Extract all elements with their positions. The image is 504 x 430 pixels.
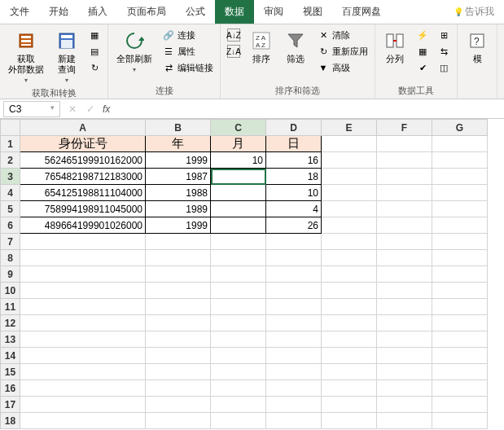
what-if-button[interactable]: ? 模 <box>462 28 492 66</box>
cell-D17[interactable] <box>266 397 322 413</box>
cell-E14[interactable] <box>322 348 377 364</box>
cell-F6[interactable] <box>377 217 432 234</box>
new-query-button[interactable]: 新建 查询 <box>52 28 81 86</box>
cell-F13[interactable] <box>377 331 432 348</box>
cell-G18[interactable] <box>432 413 488 429</box>
col-header-F[interactable]: F <box>377 120 432 136</box>
sort-desc-button[interactable]: Z↓A <box>226 44 242 59</box>
cell-C5[interactable] <box>211 201 266 217</box>
cell-E5[interactable] <box>322 201 377 217</box>
advanced-filter-button[interactable]: ▼高级 <box>315 60 370 75</box>
manage-model-button[interactable]: ◫ <box>436 60 452 75</box>
row-header-2[interactable]: 2 <box>1 152 20 169</box>
cell-F7[interactable] <box>377 234 432 250</box>
row-header-15[interactable]: 15 <box>1 364 20 380</box>
cell-D8[interactable] <box>266 250 322 266</box>
remove-duplicates-button[interactable]: ▦ <box>414 44 431 59</box>
cell-F4[interactable] <box>377 185 432 201</box>
col-header-E[interactable]: E <box>322 120 377 136</box>
cell-G13[interactable] <box>432 331 488 348</box>
cell-A15[interactable] <box>20 364 146 380</box>
cell-B6[interactable]: 1999 <box>146 217 211 234</box>
cell-B1[interactable]: 年 <box>146 136 211 152</box>
recent-sources-button[interactable]: ↻ <box>86 60 103 75</box>
cell-B17[interactable] <box>146 397 211 413</box>
cell-D18[interactable] <box>266 413 322 429</box>
row-header-14[interactable]: 14 <box>1 348 20 364</box>
cell-G15[interactable] <box>432 364 488 380</box>
cell-C10[interactable] <box>211 283 266 299</box>
cell-D13[interactable] <box>266 331 322 348</box>
cell-B8[interactable] <box>146 250 211 266</box>
cell-F10[interactable] <box>377 283 432 299</box>
cell-B10[interactable] <box>146 283 211 299</box>
cell-D14[interactable] <box>266 348 322 364</box>
cell-A6[interactable]: 489664199901026000 <box>20 217 146 234</box>
cell-A9[interactable] <box>20 266 146 283</box>
row-header-13[interactable]: 13 <box>1 331 20 348</box>
cell-A16[interactable] <box>20 380 146 397</box>
cell-F11[interactable] <box>377 299 432 315</box>
cell-C8[interactable] <box>211 250 266 266</box>
cell-C11[interactable] <box>211 299 266 315</box>
cell-D2[interactable]: 16 <box>266 152 322 169</box>
cell-B12[interactable] <box>146 315 211 331</box>
cell-D4[interactable]: 10 <box>266 185 322 201</box>
properties-button[interactable]: ☰属性 <box>160 44 215 59</box>
cell-A1[interactable]: 身份证号 <box>20 136 146 152</box>
cell-C16[interactable] <box>211 380 266 397</box>
cell-D7[interactable] <box>266 234 322 250</box>
tab-file[interactable]: 文件 <box>0 0 39 24</box>
cell-G8[interactable] <box>432 250 488 266</box>
col-header-D[interactable]: D <box>266 120 322 136</box>
consolidate-button[interactable]: ⊞ <box>436 28 452 42</box>
cell-G4[interactable] <box>432 185 488 201</box>
row-header-7[interactable]: 7 <box>1 234 20 250</box>
cell-B15[interactable] <box>146 364 211 380</box>
cell-D6[interactable]: 26 <box>266 217 322 234</box>
cell-B14[interactable] <box>146 348 211 364</box>
spreadsheet-grid[interactable]: A B C D E F G 1身份证号年月日256246519991016200… <box>0 119 504 430</box>
cell-A4[interactable]: 654125198811104000 <box>20 185 146 201</box>
relationships-button[interactable]: ⇆ <box>436 44 452 59</box>
cell-F2[interactable] <box>377 152 432 169</box>
cell-E7[interactable] <box>322 234 377 250</box>
cell-D1[interactable]: 日 <box>266 136 322 152</box>
cell-E2[interactable] <box>322 152 377 169</box>
tab-formulas[interactable]: 公式 <box>176 0 215 24</box>
cell-E18[interactable] <box>322 413 377 429</box>
cell-A2[interactable]: 562465199910162000 <box>20 152 146 169</box>
cell-C14[interactable] <box>211 348 266 364</box>
row-header-1[interactable]: 1 <box>1 136 20 152</box>
cell-A3[interactable]: 765482198712183000 <box>20 169 146 185</box>
connections-button[interactable]: 🔗连接 <box>160 28 215 42</box>
row-header-10[interactable]: 10 <box>1 283 20 299</box>
cell-D15[interactable] <box>266 364 322 380</box>
cell-G14[interactable] <box>432 348 488 364</box>
cell-B13[interactable] <box>146 331 211 348</box>
row-header-3[interactable]: 3 <box>1 169 20 185</box>
reapply-button[interactable]: ↻重新应用 <box>315 44 370 59</box>
row-header-6[interactable]: 6 <box>1 217 20 234</box>
cell-F17[interactable] <box>377 397 432 413</box>
cell-F1[interactable] <box>377 136 432 152</box>
sort-asc-button[interactable]: A↓Z <box>226 28 242 42</box>
cell-B2[interactable]: 1999 <box>146 152 211 169</box>
cell-B4[interactable]: 1988 <box>146 185 211 201</box>
cell-C17[interactable] <box>211 397 266 413</box>
col-header-C[interactable]: C <box>211 120 266 136</box>
cell-E17[interactable] <box>322 397 377 413</box>
cell-G10[interactable] <box>432 283 488 299</box>
tab-review[interactable]: 审阅 <box>254 0 293 24</box>
row-header-16[interactable]: 16 <box>1 380 20 397</box>
row-header-4[interactable]: 4 <box>1 185 20 201</box>
cell-C1[interactable]: 月 <box>211 136 266 152</box>
cell-G7[interactable] <box>432 234 488 250</box>
cell-G1[interactable] <box>432 136 488 152</box>
cell-F8[interactable] <box>377 250 432 266</box>
tab-data[interactable]: 数据 <box>215 0 254 24</box>
cell-C13[interactable] <box>211 331 266 348</box>
cell-E3[interactable] <box>322 169 377 185</box>
edit-links-button[interactable]: ⇄编辑链接 <box>160 60 215 75</box>
tab-baidu[interactable]: 百度网盘 <box>332 0 391 24</box>
